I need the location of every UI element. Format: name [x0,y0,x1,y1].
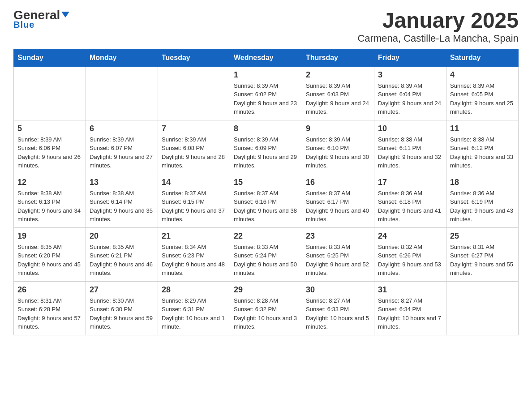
table-row: 5Sunrise: 8:39 AM Sunset: 6:06 PM Daylig… [14,120,86,174]
calendar-header-row: Sunday Monday Tuesday Wednesday Thursday… [14,49,519,66]
logo-blue: Blue [13,20,34,30]
table-row: 4Sunrise: 8:39 AM Sunset: 6:05 PM Daylig… [446,66,519,120]
col-wednesday: Wednesday [230,49,302,66]
table-row: 15Sunrise: 8:37 AM Sunset: 6:16 PM Dayli… [230,174,302,227]
day-info: Sunrise: 8:34 AM Sunset: 6:23 PM Dayligh… [162,243,226,278]
table-row: 21Sunrise: 8:34 AM Sunset: 6:23 PM Dayli… [158,227,230,281]
day-number: 13 [90,178,154,187]
calendar-week-row: 1Sunrise: 8:39 AM Sunset: 6:02 PM Daylig… [14,66,519,120]
col-friday: Friday [374,49,446,66]
day-info: Sunrise: 8:27 AM Sunset: 6:33 PM Dayligh… [306,296,370,331]
day-number: 29 [234,285,298,295]
day-info: Sunrise: 8:39 AM Sunset: 6:04 PM Dayligh… [378,81,442,116]
day-info: Sunrise: 8:37 AM Sunset: 6:16 PM Dayligh… [234,189,298,224]
day-info: Sunrise: 8:29 AM Sunset: 6:31 PM Dayligh… [162,296,226,331]
day-number: 19 [17,231,82,241]
table-row [86,66,158,120]
day-info: Sunrise: 8:39 AM Sunset: 6:06 PM Dayligh… [17,135,82,170]
day-number: 7 [162,124,226,133]
day-number: 28 [162,285,226,295]
table-row: 3Sunrise: 8:39 AM Sunset: 6:04 PM Daylig… [374,66,446,120]
day-number: 31 [378,285,442,295]
day-number: 14 [162,178,226,187]
calendar-table: Sunday Monday Tuesday Wednesday Thursday… [13,49,519,335]
table-row: 28Sunrise: 8:29 AM Sunset: 6:31 PM Dayli… [158,281,230,335]
table-row: 20Sunrise: 8:35 AM Sunset: 6:21 PM Dayli… [86,227,158,281]
day-info: Sunrise: 8:39 AM Sunset: 6:09 PM Dayligh… [234,135,298,170]
day-info: Sunrise: 8:32 AM Sunset: 6:26 PM Dayligh… [378,243,442,278]
table-row: 13Sunrise: 8:38 AM Sunset: 6:14 PM Dayli… [86,174,158,227]
day-number: 18 [450,178,515,187]
day-info: Sunrise: 8:33 AM Sunset: 6:24 PM Dayligh… [234,243,298,278]
day-info: Sunrise: 8:33 AM Sunset: 6:25 PM Dayligh… [306,243,370,278]
day-number: 10 [378,124,442,133]
day-number: 8 [234,124,298,133]
table-row: 16Sunrise: 8:37 AM Sunset: 6:17 PM Dayli… [302,174,374,227]
page-title: January 2025 [357,9,519,33]
calendar-week-row: 5Sunrise: 8:39 AM Sunset: 6:06 PM Daylig… [14,120,519,174]
day-info: Sunrise: 8:36 AM Sunset: 6:19 PM Dayligh… [450,189,515,224]
table-row: 23Sunrise: 8:33 AM Sunset: 6:25 PM Dayli… [302,227,374,281]
day-number: 20 [90,231,154,241]
day-info: Sunrise: 8:38 AM Sunset: 6:12 PM Dayligh… [450,135,515,170]
day-info: Sunrise: 8:39 AM Sunset: 6:08 PM Dayligh… [162,135,226,170]
logo: General Blue [13,9,69,30]
day-number: 15 [234,178,298,187]
day-number: 23 [306,231,370,241]
day-info: Sunrise: 8:39 AM Sunset: 6:10 PM Dayligh… [306,135,370,170]
day-number: 17 [378,178,442,187]
day-info: Sunrise: 8:28 AM Sunset: 6:32 PM Dayligh… [234,296,298,331]
table-row: 25Sunrise: 8:31 AM Sunset: 6:27 PM Dayli… [446,227,519,281]
day-number: 22 [234,231,298,241]
day-number: 25 [450,231,515,241]
day-number: 4 [450,70,515,80]
table-row: 31Sunrise: 8:27 AM Sunset: 6:34 PM Dayli… [374,281,446,335]
day-info: Sunrise: 8:35 AM Sunset: 6:20 PM Dayligh… [17,243,82,278]
day-number: 26 [17,285,82,295]
table-row: 29Sunrise: 8:28 AM Sunset: 6:32 PM Dayli… [230,281,302,335]
day-number: 5 [17,124,82,133]
table-row: 24Sunrise: 8:32 AM Sunset: 6:26 PM Dayli… [374,227,446,281]
table-row: 12Sunrise: 8:38 AM Sunset: 6:13 PM Dayli… [14,174,86,227]
page-subtitle: Carmena, Castille-La Mancha, Spain [357,33,519,44]
title-block: January 2025 Carmena, Castille-La Mancha… [357,9,519,44]
day-info: Sunrise: 8:31 AM Sunset: 6:27 PM Dayligh… [450,243,515,278]
day-number: 9 [306,124,370,133]
day-number: 24 [378,231,442,241]
day-info: Sunrise: 8:37 AM Sunset: 6:17 PM Dayligh… [306,189,370,224]
table-row: 9Sunrise: 8:39 AM Sunset: 6:10 PM Daylig… [302,120,374,174]
day-info: Sunrise: 8:30 AM Sunset: 6:30 PM Dayligh… [90,296,154,331]
table-row: 26Sunrise: 8:31 AM Sunset: 6:28 PM Dayli… [14,281,86,335]
day-number: 1 [234,70,298,80]
table-row: 14Sunrise: 8:37 AM Sunset: 6:15 PM Dayli… [158,174,230,227]
table-row [446,281,519,335]
day-number: 6 [90,124,154,133]
col-sunday: Sunday [14,49,86,66]
day-number: 12 [17,178,82,187]
day-info: Sunrise: 8:39 AM Sunset: 6:07 PM Dayligh… [90,135,154,170]
day-number: 11 [450,124,515,133]
table-row: 19Sunrise: 8:35 AM Sunset: 6:20 PM Dayli… [14,227,86,281]
day-info: Sunrise: 8:38 AM Sunset: 6:13 PM Dayligh… [17,189,82,224]
table-row: 10Sunrise: 8:38 AM Sunset: 6:11 PM Dayli… [374,120,446,174]
day-info: Sunrise: 8:36 AM Sunset: 6:18 PM Dayligh… [378,189,442,224]
day-number: 16 [306,178,370,187]
day-info: Sunrise: 8:39 AM Sunset: 6:03 PM Dayligh… [306,81,370,116]
day-number: 21 [162,231,226,241]
col-tuesday: Tuesday [158,49,230,66]
table-row: 6Sunrise: 8:39 AM Sunset: 6:07 PM Daylig… [86,120,158,174]
day-number: 2 [306,70,370,80]
table-row: 17Sunrise: 8:36 AM Sunset: 6:18 PM Dayli… [374,174,446,227]
table-row: 18Sunrise: 8:36 AM Sunset: 6:19 PM Dayli… [446,174,519,227]
day-number: 3 [378,70,442,80]
table-row [158,66,230,120]
calendar-week-row: 12Sunrise: 8:38 AM Sunset: 6:13 PM Dayli… [14,174,519,227]
table-row: 30Sunrise: 8:27 AM Sunset: 6:33 PM Dayli… [302,281,374,335]
day-info: Sunrise: 8:27 AM Sunset: 6:34 PM Dayligh… [378,296,442,331]
col-monday: Monday [86,49,158,66]
col-saturday: Saturday [446,49,519,66]
table-row: 7Sunrise: 8:39 AM Sunset: 6:08 PM Daylig… [158,120,230,174]
day-number: 30 [306,285,370,295]
table-row [14,66,86,120]
col-thursday: Thursday [302,49,374,66]
